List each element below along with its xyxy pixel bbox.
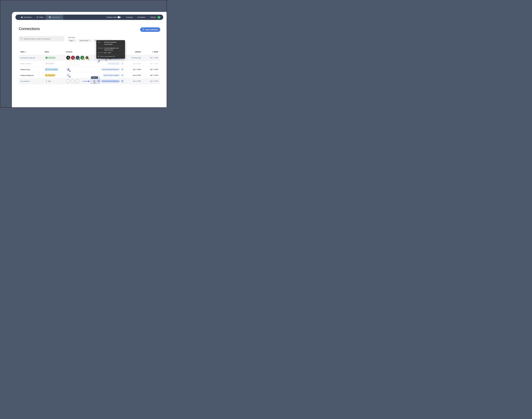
row-name[interactable]: Darlene Robertson: [20, 74, 34, 76]
person-badge-icon: [49, 16, 51, 18]
tab-dashboard[interactable]: Dashboard: [15, 14, 34, 20]
added-value: Apr 7, 2023: [150, 57, 158, 59]
account-icon-document[interactable]: [66, 67, 70, 71]
nav-link-coverage[interactable]: Coverage: [126, 16, 133, 18]
table-row[interactable]: Eleanor Pena Docs uploaded Sent by Micha…: [19, 66, 160, 72]
copy-icon: [98, 56, 99, 57]
tooltip-date-value: Apr 7, 2023: [104, 52, 111, 54]
status-badge: Sent: [45, 80, 52, 83]
account-icon-vehicle[interactable]: [66, 56, 70, 60]
tooltip-flow-label: Flow: [98, 41, 104, 45]
tab-flows[interactable]: Flows: [34, 14, 46, 20]
status-badge: Revoked: [45, 62, 55, 65]
column-header-status: Status: [45, 51, 49, 52]
person-check-icon: [142, 28, 144, 31]
sent-by-chip[interactable]: Sent by Sarah Longfield: [102, 74, 120, 77]
sort-both-icon: ⇅: [25, 51, 26, 52]
search-icon: [20, 38, 22, 40]
app-window: Dashboard Flows Connections Sandbox mode: [0, 0, 167, 107]
shuffle-icon: [36, 16, 38, 18]
accounts-list: [66, 67, 70, 71]
resend-button[interactable]: [92, 79, 96, 83]
accounts-list: [66, 73, 70, 77]
row-name-link[interactable]: Guy Hawkins: [20, 80, 30, 82]
account-placeholder: [66, 62, 70, 65]
cancel-button[interactable]: [98, 80, 100, 83]
sent-by-group: Sent by Sarah Longfield: [102, 74, 124, 77]
filter-status[interactable]: Status: [68, 39, 76, 42]
tab-flows-label: Flows: [39, 16, 43, 18]
sent-by-group: Sent by Michael Mikkelsen: [101, 68, 124, 71]
sandbox-toggle[interactable]: [118, 16, 121, 18]
status-badge: Connected: [45, 56, 56, 59]
table-row[interactable]: Darlene Robertson Attempted Sent by Sara…: [19, 72, 160, 78]
status-dot: [69, 70, 71, 72]
send-icon[interactable]: [121, 62, 124, 65]
sent-by-chip[interactable]: Sent by Michael Mikkelsen: [101, 80, 120, 83]
account-placeholder: [75, 62, 79, 65]
start-verification-button[interactable]: Start verification: [140, 27, 160, 32]
sent-by-chip[interactable]: Sent by Jim Lee: [107, 62, 120, 65]
search-bar: [19, 36, 64, 41]
row-name-link[interactable]: Konstantin Andersen: [20, 57, 35, 59]
column-header-updated[interactable]: ↓ Updated: [134, 51, 141, 52]
status-dot: [69, 59, 71, 60]
status-dot: [74, 59, 75, 60]
annotation-arrow-icon: [82, 80, 90, 82]
account-icon-droplet[interactable]: [76, 56, 80, 60]
account-icon-fan[interactable]: [80, 56, 84, 60]
status-dot: [88, 59, 89, 60]
table-row[interactable]: Esther Howard Revoked Sent by Jim Lee A: [19, 61, 160, 66]
column-header-name[interactable]: Name ⇅: [20, 51, 26, 52]
sort-both-icon: ⇅: [152, 51, 153, 52]
tooltip-flow-value: Borrower Dashboard Customization: [104, 41, 124, 45]
x-circle-icon: [98, 80, 100, 82]
account-icon-magnifier[interactable]: [66, 73, 70, 77]
gauge-icon: [21, 16, 23, 18]
sort-desc-icon: ↓: [134, 51, 135, 52]
send-icon: [46, 80, 47, 82]
send-icon[interactable]: [121, 68, 124, 71]
send-icon[interactable]: [121, 74, 124, 77]
accounts-list: [66, 56, 89, 60]
check-circle-icon: [46, 57, 48, 59]
search-input[interactable]: [24, 38, 63, 40]
chevron-down-icon: [89, 40, 90, 41]
updated-value: Apr 5, 2023: [133, 80, 141, 82]
tooltip-recipient-label: Recipient: [98, 47, 104, 51]
nav-link-developers[interactable]: Developers: [138, 16, 145, 18]
resend-tooltip: Resend: [91, 77, 98, 79]
status-dot: [83, 59, 85, 60]
table-row[interactable]: Konstantin Andersen Connected: [19, 55, 160, 61]
filter-income-source[interactable]: Income source: [78, 39, 91, 42]
copy-url-label: Click to copy unique URL: [100, 56, 115, 57]
tab-connections[interactable]: Connections: [46, 14, 63, 20]
table-row[interactable]: Guy Hawkins Sent Resend: [19, 78, 160, 84]
row-name[interactable]: Eleanor Pena: [20, 69, 30, 70]
copy-url-action[interactable]: Click to copy unique URL: [98, 56, 124, 57]
sent-by-chip[interactable]: Sent by Michael Mikkelsen: [101, 68, 120, 71]
filter-status-label: Status: [69, 40, 73, 41]
table-header: Name ⇅ Status Accounts ↓ Updated ⇅ Added: [19, 50, 160, 55]
toggle-knob: [118, 16, 120, 18]
status-dot: [79, 59, 80, 60]
row-name[interactable]: Esther Howard: [20, 63, 31, 65]
start-verification-label: Start verification: [145, 29, 158, 31]
accounts-list: [66, 79, 79, 83]
account-placeholder: [71, 62, 75, 65]
tooltip-recipient-email: k.andersenj@yahoo.com: [104, 47, 119, 49]
column-header-added[interactable]: ⇅ Added: [152, 51, 158, 52]
account-icon-swoosh[interactable]: [85, 56, 89, 60]
added-value: Apr 2, 2023: [150, 80, 158, 82]
tooltip-recipient-phone: (208) 555-0112: [104, 49, 119, 51]
updated-value: Apr 9, 2023: [133, 63, 141, 65]
send-icon[interactable]: [121, 80, 124, 83]
main-card: Dashboard Flows Connections Sandbox mode: [12, 12, 167, 107]
account-avatar[interactable]: G: [157, 16, 160, 19]
connections-table: Name ⇅ Status Accounts ↓ Updated ⇅ Added: [19, 50, 160, 84]
nav-link-settings[interactable]: Settings: [150, 16, 156, 18]
account-icon-restaurant[interactable]: [71, 56, 75, 60]
updated-value: Apr 8, 2023: [133, 74, 141, 76]
refresh-icon: [93, 80, 95, 82]
flow-details-tooltip: Flow Borrower Dashboard Customization Re…: [96, 40, 125, 59]
